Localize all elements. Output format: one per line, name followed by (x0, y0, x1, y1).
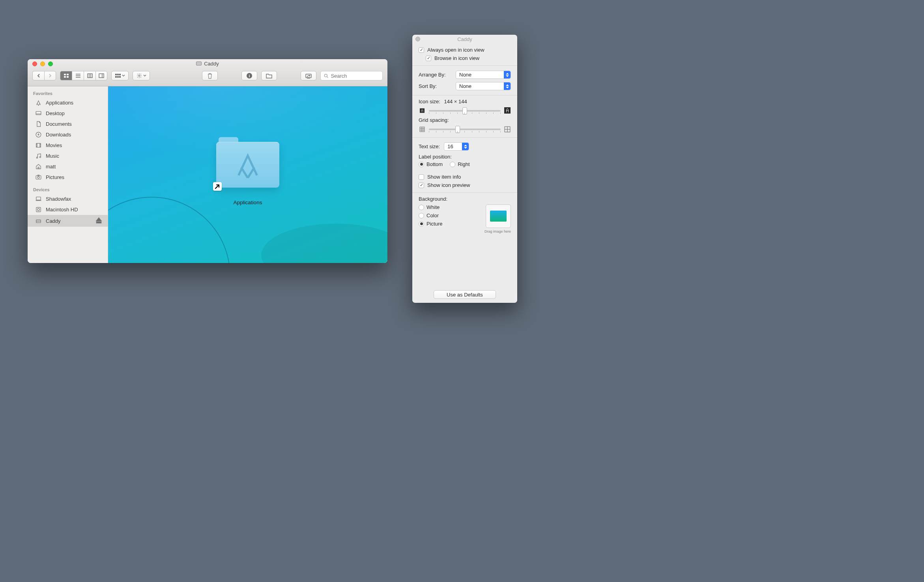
search-input[interactable] (331, 73, 379, 79)
panel-close-button[interactable] (415, 37, 420, 41)
radio-label: Bottom (426, 161, 443, 167)
show-icon-preview-checkbox[interactable]: Show icon preview (419, 181, 511, 189)
group-by-button[interactable] (111, 71, 129, 80)
popup-value: None (459, 72, 471, 78)
close-button[interactable] (32, 62, 37, 66)
svg-point-36 (36, 157, 37, 158)
sidebar-item-applications[interactable]: Applications (28, 97, 108, 108)
background-drop-well[interactable] (486, 204, 511, 228)
nav-group (32, 71, 56, 80)
sidebar-item-desktop[interactable]: Desktop (28, 108, 108, 119)
info-button[interactable]: i (241, 71, 257, 80)
grid-spacing-slider[interactable] (419, 126, 511, 132)
svg-point-18 (138, 75, 140, 76)
svg-rect-21 (306, 74, 311, 78)
minimize-button[interactable] (40, 62, 45, 66)
new-folder-button[interactable] (261, 71, 277, 80)
sidebar-item-pictures[interactable]: Pictures (28, 172, 108, 183)
icon-view-button[interactable] (60, 71, 72, 80)
panel-title: Caddy (457, 36, 472, 42)
sidebar-item-label: Downloads (46, 132, 71, 138)
eject-icon[interactable] (95, 217, 102, 225)
svg-rect-15 (115, 76, 117, 78)
list-view-button[interactable] (72, 71, 84, 80)
applications-item[interactable]: Applications (216, 137, 279, 205)
svg-text:i: i (249, 73, 250, 78)
svg-rect-7 (88, 74, 92, 78)
checkbox-label: Browse in icon view (434, 55, 479, 61)
desktop-icon (35, 110, 42, 117)
sort-by-popup[interactable]: None (456, 82, 511, 90)
text-size-popup[interactable]: 16 (444, 142, 469, 151)
gallery-view-button[interactable] (95, 71, 107, 80)
devices-label: Devices (28, 185, 108, 194)
stepper-icon (504, 82, 511, 90)
svg-line-25 (327, 76, 328, 78)
sidebar-item-label: Applications (46, 100, 73, 106)
view-switcher (60, 71, 107, 80)
label-position-group: Bottom Right (419, 160, 511, 169)
sidebar-item-label: matt (46, 164, 56, 170)
arrange-by-popup[interactable]: None (456, 71, 511, 79)
background-section: White Color Picture (419, 204, 511, 228)
use-as-defaults-button[interactable]: Use as Defaults (434, 290, 496, 299)
sidebar-item-home[interactable]: matt (28, 161, 108, 172)
sidebar-device-shadowfax[interactable]: Shadowfax (28, 194, 108, 204)
sidebar-item-label: Movies (46, 142, 62, 148)
view-options-panel: Caddy Always open in icon view Browse in… (412, 35, 517, 303)
sidebar-item-movies[interactable]: Movies (28, 140, 108, 151)
button-label: Use as Defaults (447, 292, 483, 298)
icon-size-slider[interactable]: 🅰︎ 🅰︎ (419, 108, 511, 114)
radio-label: Right (458, 161, 469, 167)
checkbox-label: Always open in icon view (427, 47, 484, 53)
always-open-checkbox[interactable]: Always open in icon view (419, 46, 511, 54)
action-button[interactable] (133, 71, 150, 80)
background-label: Background: (419, 196, 511, 202)
svg-rect-44 (36, 207, 40, 212)
sidebar-device-caddy[interactable]: Caddy (28, 215, 108, 227)
show-item-info-checkbox[interactable]: Show item info (419, 173, 511, 181)
sidebar-item-music[interactable]: Music (28, 151, 108, 161)
search-field[interactable] (320, 71, 383, 80)
arrange-by-row: Arrange By: None (419, 69, 511, 80)
svg-rect-2 (64, 76, 66, 78)
small-icon: 🅰︎ (419, 108, 426, 114)
finder-toolbar: i (28, 68, 387, 86)
label-right-radio[interactable]: Right (450, 161, 469, 167)
hd-icon (35, 206, 42, 213)
back-button[interactable] (32, 71, 44, 80)
grid-tight-icon (419, 126, 426, 132)
column-view-button[interactable] (84, 71, 95, 80)
sidebar-item-label: Music (46, 153, 59, 159)
popup-value: None (459, 83, 471, 89)
svg-rect-0 (64, 74, 66, 75)
svg-point-24 (324, 74, 327, 77)
bg-picture-radio[interactable]: Picture (419, 221, 442, 227)
share-button[interactable] (301, 71, 316, 80)
label-bottom-radio[interactable]: Bottom (419, 161, 443, 167)
sort-by-row: Sort By: None (419, 80, 511, 92)
sidebar-item-documents[interactable]: Documents (28, 119, 108, 129)
finder-content[interactable]: Applications (108, 86, 387, 263)
sidebar-item-label: Pictures (46, 174, 64, 180)
trash-button[interactable] (202, 71, 218, 80)
bg-color-radio[interactable]: Color (419, 213, 442, 218)
sidebar-item-label: Shadowfax (46, 196, 71, 202)
sidebar-item-downloads[interactable]: Downloads (28, 129, 108, 140)
zoom-button[interactable] (48, 62, 53, 66)
sidebar-device-macintosh-hd[interactable]: Macintosh HD (28, 204, 108, 215)
browse-checkbox[interactable]: Browse in icon view (426, 54, 511, 62)
svg-rect-16 (117, 76, 119, 78)
icon-size-label: Icon size: (419, 99, 440, 104)
forward-button[interactable] (44, 71, 56, 80)
stepper-icon (462, 143, 469, 150)
item-label: Applications (234, 200, 262, 205)
svg-rect-17 (119, 76, 121, 78)
svg-rect-14 (119, 74, 121, 75)
svg-rect-13 (117, 74, 119, 75)
checkbox-icon (419, 47, 424, 53)
search-icon (324, 73, 328, 78)
radio-icon (419, 162, 424, 167)
bg-white-radio[interactable]: White (419, 204, 442, 210)
arrange-by-label: Arrange By: (419, 72, 446, 78)
